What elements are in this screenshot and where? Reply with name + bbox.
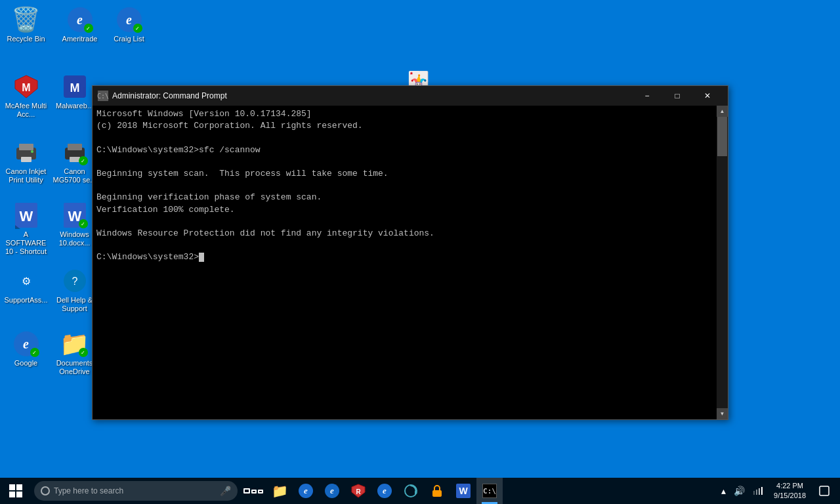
taskbar-lock[interactable]	[424, 478, 450, 504]
taskbar-refresh[interactable]	[398, 478, 424, 504]
search-icon	[41, 486, 50, 495]
tray-volume-icon[interactable]: 🔊	[731, 478, 747, 504]
tray-notification-button[interactable]	[814, 478, 835, 504]
microphone-icon[interactable]: 🎤	[220, 486, 231, 496]
svg-rect-26	[756, 490, 757, 495]
cmd-scrollbar[interactable]: ▲ ▼	[717, 106, 728, 419]
mcafee-label: McAfee Multi Acc...	[4, 102, 48, 119]
documents-onedrive-icon: 📁 ✓	[62, 331, 88, 357]
svg-text:M: M	[70, 81, 79, 94]
desktop-icon-recycle-bin[interactable]: 🗑️ Recycle Bin	[1, 4, 51, 46]
svg-rect-29	[820, 486, 829, 495]
tray-time-display: 4:22 PM	[776, 481, 803, 491]
ameritrade-icon: e ✓	[67, 7, 93, 33]
maximize-button[interactable]: □	[662, 86, 692, 106]
desktop-icon-ameritrade[interactable]: e ✓ Ameritrade	[55, 4, 104, 46]
cmd-taskbar-icon: C:\	[482, 484, 497, 498]
scrollbar-up-button[interactable]: ▲	[717, 106, 728, 117]
windows-logo-icon	[9, 484, 22, 497]
craig-list-icon: e ✓	[116, 7, 142, 33]
documents-onedrive-label: Documents OneDrive	[52, 359, 96, 376]
cmd-titlebar: C:\ Administrator: Command Prompt − □ ✕	[93, 86, 728, 106]
tray-network-icon[interactable]	[750, 478, 766, 504]
svg-rect-27	[759, 488, 760, 495]
task-view-button[interactable]	[240, 478, 266, 504]
taskbar: Type here to search 🎤 📁 e e R e	[0, 478, 840, 504]
taskbar-roboform[interactable]: R	[345, 478, 371, 504]
tray-date-display: 9/15/2018	[774, 491, 806, 501]
desktop-icon-mcafee[interactable]: M McAfee Multi Acc...	[1, 71, 51, 121]
taskbar-ie[interactable]: e	[319, 478, 345, 504]
canon-inkjet-label: Canon Inkjet Print Utility	[4, 167, 48, 184]
dell-help-label: Dell Help & Support	[52, 296, 96, 313]
search-placeholder: Type here to search	[54, 486, 123, 495]
support-assist-icon: ⚙	[13, 268, 39, 294]
cmd-window-icon: C:\	[98, 91, 108, 101]
software-shortcut-icon: W	[13, 202, 39, 228]
svg-rect-28	[761, 487, 763, 495]
support-assist-label: SupportAss...	[4, 296, 47, 304]
svg-rect-9	[68, 144, 82, 150]
close-button[interactable]: ✕	[692, 86, 723, 106]
malwarebytes-label: Malwareb...	[56, 102, 93, 110]
minimize-button[interactable]: −	[632, 86, 662, 106]
mcafee-icon: M	[13, 74, 39, 100]
taskbar-cmd[interactable]: C:\	[476, 478, 503, 504]
canon-mg5700-label: Canon MG5700 se...	[52, 167, 96, 184]
desktop: 🗑️ Recycle Bin e ✓ Ameritrade e ✓ Craig …	[0, 0, 840, 478]
svg-rect-24	[432, 490, 442, 497]
svg-text:⚙: ⚙	[22, 276, 31, 287]
cmd-window[interactable]: C:\ Administrator: Command Prompt − □ ✕ …	[92, 85, 728, 420]
craig-list-label: Craig List	[114, 35, 144, 43]
dell-help-icon: ?	[62, 268, 88, 294]
software-shortcut-label: A SOFTWARE 10 - Shortcut	[4, 230, 48, 257]
cmd-output: Microsoft Windows [Version 10.0.17134.28…	[96, 108, 713, 263]
svg-point-7	[31, 150, 33, 153]
cmd-content-area[interactable]: Microsoft Windows [Version 10.0.17134.28…	[93, 106, 717, 419]
desktop-icon-support-assist[interactable]: ⚙ SupportAss...	[1, 265, 51, 307]
google-icon: e ✓	[13, 331, 39, 357]
taskbar-search-box[interactable]: Type here to search 🎤	[34, 481, 238, 501]
desktop-icon-canon-inkjet[interactable]: Canon Inkjet Print Utility	[1, 136, 51, 187]
windows10-docx-icon: W ✓	[62, 202, 88, 228]
svg-text:?: ?	[72, 276, 77, 287]
svg-text:R: R	[356, 488, 361, 495]
task-view-icon	[243, 488, 263, 494]
svg-point-22	[405, 485, 417, 497]
google-label: Google	[14, 359, 37, 368]
ameritrade-label: Ameritrade	[62, 35, 98, 43]
desktop-icon-craig-list[interactable]: e ✓ Craig List	[104, 4, 154, 46]
cmd-body: Microsoft Windows [Version 10.0.17134.28…	[93, 106, 728, 419]
svg-rect-5	[19, 144, 33, 150]
svg-rect-6	[21, 157, 32, 162]
taskbar-word[interactable]: W	[450, 478, 476, 504]
start-button[interactable]	[0, 478, 32, 504]
svg-text:M: M	[22, 82, 30, 93]
tray-expand-button[interactable]: ▴	[719, 478, 728, 504]
desktop-icon-google[interactable]: e ✓ Google	[1, 328, 51, 370]
svg-rect-25	[753, 491, 755, 495]
recycle-bin-icon: 🗑️	[13, 7, 39, 33]
taskbar-edge[interactable]: e	[293, 478, 319, 504]
desktop-icon-software-shortcut[interactable]: W A SOFTWARE 10 - Shortcut	[1, 200, 51, 259]
tray-clock[interactable]: 4:22 PM 9/15/2018	[768, 478, 811, 504]
malwarebytes-icon: M	[62, 74, 88, 100]
scrollbar-track[interactable]	[717, 117, 728, 408]
canon-mg5700-icon: ✓	[62, 139, 88, 165]
scrollbar-thumb[interactable]	[717, 117, 727, 156]
window-controls: − □ ✕	[632, 86, 723, 106]
recycle-bin-label: Recycle Bin	[7, 35, 45, 43]
taskbar-file-explorer[interactable]: 📁	[266, 478, 293, 504]
taskbar-ie2[interactable]: e	[371, 478, 398, 504]
canon-inkjet-icon	[13, 139, 39, 165]
system-tray: ▴ 🔊 4:22 PM 9/15/2018	[719, 478, 840, 504]
windows10-docx-label: Windows 10.docx...	[52, 230, 96, 247]
cmd-window-title: Administrator: Command Prompt	[112, 91, 632, 100]
scrollbar-down-button[interactable]: ▼	[717, 408, 728, 419]
svg-text:W: W	[19, 208, 33, 224]
